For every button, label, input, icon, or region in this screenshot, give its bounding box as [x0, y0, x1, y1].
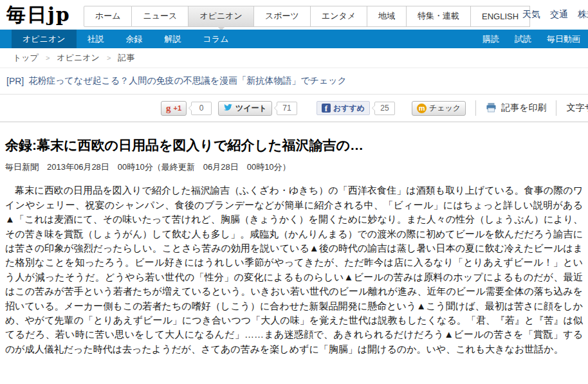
link-traffic[interactable]: 交通 — [550, 9, 568, 21]
article-byline: 毎日新聞 2013年06月28日 00時10分（最終更新 06月28日 00時1… — [5, 161, 583, 173]
link-trial[interactable]: 試読 — [515, 33, 531, 45]
twitter-bird-icon — [223, 103, 233, 113]
toolbar-divider — [556, 100, 556, 116]
font-size-label: 文字サイズ — [566, 102, 588, 114]
article-body: 幕末に西欧の日用品を図入りで紹介した福沢諭吉（ふくざわ・ゆきち）の「西洋衣食住」… — [5, 183, 583, 356]
subnav-item-column[interactable]: コラム — [192, 30, 240, 48]
opinion-subnav: オピニオン 社説 余録 解説 コラム 購読 試読 毎日動画 — [0, 30, 588, 48]
tweet-count: 71 — [277, 102, 297, 115]
printer-icon — [486, 102, 497, 114]
tab-sports[interactable]: スポーツ — [254, 6, 311, 27]
site-header: 毎日jp ホーム ニュース オピニオン スポーツ エンタメ 地域 特集・連載 E… — [0, 0, 588, 30]
article-title: 余録:幕末に西欧の日用品を図入りで紹介した福沢諭吉の… — [5, 136, 583, 154]
tab-opinion-label: オピニオン — [199, 10, 243, 22]
subnav-item-yoroku[interactable]: 余録 — [115, 30, 154, 48]
header-quick-links: 天気 交通 株式 — [522, 9, 588, 21]
mixi-check-button[interactable]: m チェック — [412, 101, 466, 116]
gplus-label: +1 — [174, 104, 182, 112]
site-logo[interactable]: 毎日jp — [0, 0, 84, 30]
facebook-label: おすすめ — [333, 103, 365, 114]
breadcrumb-top[interactable]: トップ — [13, 52, 39, 64]
print-label: 記事を印刷 — [501, 102, 546, 114]
tab-special-series[interactable]: 特集・連載 — [407, 6, 471, 27]
link-mainichi-video[interactable]: 毎日動画 — [547, 33, 580, 45]
link-stocks[interactable]: 株式 — [578, 9, 588, 21]
breadcrumb-separator: > — [46, 54, 50, 62]
subnav-item-opinion[interactable]: オピニオン — [12, 30, 77, 48]
tweet-button[interactable]: ツイート — [218, 101, 272, 116]
tab-news[interactable]: ニュース — [132, 6, 188, 27]
tab-opinion[interactable]: オピニオン — [188, 6, 254, 27]
social-toolbar: g+1 0 ツイート 71 f おすすめ 25 m チェック 記事を印刷 文字サ… — [0, 95, 588, 122]
facebook-f-icon: f — [322, 104, 331, 113]
subnav-item-commentary[interactable]: 解説 — [154, 30, 192, 48]
print-article-button[interactable]: 記事を印刷 — [486, 102, 546, 114]
breadcrumb-article[interactable]: 記事 — [118, 52, 134, 64]
link-weather[interactable]: 天気 — [522, 9, 540, 21]
gplus-button[interactable]: g+1 — [161, 101, 187, 116]
facebook-recommend-button[interactable]: f おすすめ — [317, 101, 370, 115]
pr-link[interactable]: 花粉症ってなぜ起こる？人間の免疫の不思議を漫画「新抗体物語」でチェック — [28, 75, 347, 87]
breadcrumb: トップ > オピニオン > 記事 — [0, 48, 588, 68]
tab-home[interactable]: ホーム — [84, 6, 133, 27]
subnav-right-links: 購読 試読 毎日動画 — [482, 30, 580, 48]
tab-local[interactable]: 地域 — [367, 6, 407, 27]
article: 余録:幕末に西欧の日用品を図入りで紹介した福沢諭吉の… 毎日新聞 2013年06… — [0, 122, 588, 356]
gplus-count: 0 — [191, 102, 212, 115]
breadcrumb-opinion[interactable]: オピニオン — [57, 52, 100, 64]
mixi-m-icon: m — [417, 104, 427, 113]
pr-banner: [PR] 花粉症ってなぜ起こる？人間の免疫の不思議を漫画「新抗体物語」でチェック — [0, 68, 588, 95]
tab-english[interactable]: ENGLISH — [471, 6, 530, 27]
link-subscribe[interactable]: 購読 — [482, 33, 499, 45]
main-tabs: ホーム ニュース オピニオン スポーツ エンタメ 地域 特集・連載 ENGLIS… — [84, 6, 530, 27]
breadcrumb-separator: > — [107, 54, 111, 62]
pr-tag: [PR] — [6, 76, 24, 86]
page: 毎日jp ホーム ニュース オピニオン スポーツ エンタメ 地域 特集・連載 E… — [0, 0, 588, 384]
tab-entertainment[interactable]: エンタメ — [311, 6, 367, 27]
mixi-label: チェック — [429, 103, 461, 114]
tweet-label: ツイート — [235, 103, 267, 114]
google-g-icon: g — [166, 104, 171, 113]
facebook-count: 25 — [374, 102, 395, 115]
subnav-item-editorial[interactable]: 社説 — [77, 30, 115, 48]
toolbar-divider — [475, 100, 476, 116]
